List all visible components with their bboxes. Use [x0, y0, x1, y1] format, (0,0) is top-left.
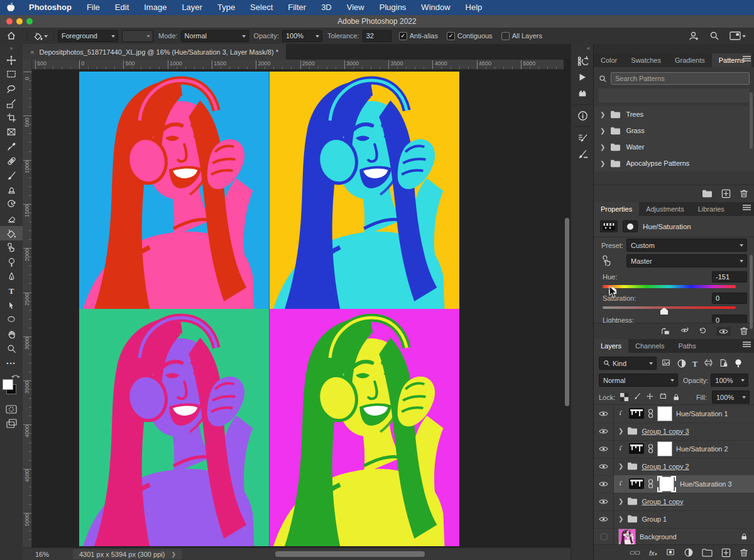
- plus-square-icon[interactable]: [721, 189, 731, 198]
- tab-libraries[interactable]: Libraries: [691, 202, 731, 216]
- pattern-group-apocalypse-patterns[interactable]: ❯Apocalypse Patterns: [594, 155, 754, 171]
- move-tool[interactable]: [0, 53, 23, 67]
- menu-item-plugins[interactable]: Plugins: [372, 0, 414, 15]
- eye-hidden-box[interactable]: [600, 533, 608, 541]
- checkbox-all-layers[interactable]: All Layers: [501, 32, 542, 40]
- folder-icon[interactable]: [702, 190, 713, 198]
- frame-tool[interactable]: [0, 125, 23, 139]
- layers-opacity-dropdown[interactable]: 100%▾: [711, 374, 748, 387]
- zoom-tool[interactable]: [0, 342, 23, 356]
- patterns-scrollbar[interactable]: [750, 92, 753, 149]
- properties-scrollbar[interactable]: [750, 255, 753, 329]
- layer-row-group-1[interactable]: ❯Group 1: [594, 510, 754, 528]
- toolbar-expand-icon[interactable]: »: [0, 44, 23, 53]
- menu-item-type[interactable]: Type: [210, 0, 243, 15]
- eye-icon[interactable]: [599, 463, 608, 470]
- menu-item-window[interactable]: Window: [413, 0, 457, 15]
- trash-icon[interactable]: [740, 189, 748, 198]
- collapse-panels-icon[interactable]: «: [571, 44, 594, 53]
- menu-item-help[interactable]: Help: [458, 0, 490, 15]
- mode-dropdown[interactable]: Normal▾: [181, 30, 249, 42]
- add-adjustment-icon[interactable]: [684, 548, 693, 557]
- menu-item-file[interactable]: File: [79, 0, 107, 15]
- padlock-icon[interactable]: [673, 393, 680, 402]
- paint-bucket-tool[interactable]: [0, 226, 23, 240]
- patterns-brick-panel-icon[interactable]: [571, 85, 594, 102]
- brushes-panel-icon[interactable]: [571, 146, 594, 162]
- lasso-tool[interactable]: [0, 82, 23, 96]
- recent-patterns-strip[interactable]: [599, 89, 750, 102]
- menu-item-filter[interactable]: Filter: [280, 0, 314, 15]
- tab-properties[interactable]: Properties: [594, 202, 639, 216]
- smudge-tool[interactable]: [0, 240, 23, 255]
- pattern-group-trees[interactable]: ❯Trees: [594, 106, 754, 122]
- document-info[interactable]: 4301 px x 5394 px (300 ppi) ❯: [73, 549, 182, 559]
- eyedropper-tool[interactable]: [0, 139, 23, 154]
- hue-slider[interactable]: [603, 285, 736, 288]
- layers-menu-icon[interactable]: [743, 342, 751, 347]
- clone-stamp-tool[interactable]: [0, 183, 23, 197]
- pen-tool[interactable]: [0, 269, 23, 284]
- fill-source-dropdown[interactable]: Foreground▾: [58, 30, 118, 42]
- layer-row-group-1-copy-2[interactable]: ❯Group 1 copy 2: [594, 458, 754, 475]
- workspace-icon[interactable]: ▾: [729, 31, 745, 40]
- patterns-menu-icon[interactable]: [743, 56, 751, 62]
- eye-icon[interactable]: [599, 516, 608, 522]
- shape-rect-icon[interactable]: [704, 359, 713, 367]
- screen-mode-icon[interactable]: [0, 416, 23, 431]
- brush-tool[interactable]: [0, 168, 23, 183]
- layer-row-group-1-copy-3[interactable]: ❯Group 1 copy 3: [594, 423, 754, 440]
- tab-paths[interactable]: Paths: [672, 339, 703, 353]
- new-group-icon[interactable]: [702, 549, 713, 557]
- blend-mode-dropdown[interactable]: Normal▾: [599, 374, 678, 387]
- eye-icon[interactable]: [599, 481, 608, 487]
- horizontal-scrollbar[interactable]: [275, 551, 425, 557]
- canvas-artwork[interactable]: [79, 72, 459, 546]
- frame-icon[interactable]: [660, 393, 668, 401]
- healing-brush-tool[interactable]: [0, 154, 23, 168]
- layer-row-hue-saturation-1[interactable]: Hue/Saturation 1: [594, 405, 754, 423]
- tab-layers[interactable]: Layers: [594, 339, 628, 353]
- paint-bucket-preset-icon[interactable]: ▾: [31, 31, 50, 41]
- quick-mask-icon[interactable]: [0, 402, 23, 416]
- clip-to-layer-icon[interactable]: [660, 327, 670, 336]
- type-tool[interactable]: T: [0, 284, 23, 298]
- dodge-tool[interactable]: [0, 255, 23, 269]
- hand-tool[interactable]: [0, 327, 23, 342]
- brush-icon[interactable]: [633, 393, 642, 401]
- layer-row-background[interactable]: Background: [594, 528, 754, 546]
- menu-item-edit[interactable]: Edit: [107, 0, 136, 15]
- layer-row-hue-saturation-2[interactable]: Hue/Saturation 2: [594, 440, 754, 458]
- home-icon[interactable]: [0, 31, 23, 41]
- layer-row-group-1-copy[interactable]: ❯Group 1 copy: [594, 493, 754, 510]
- crop-tool[interactable]: [0, 110, 23, 125]
- reset-icon[interactable]: [699, 327, 708, 335]
- filter-kind-dropdown[interactable]: Kind ▾: [599, 357, 657, 370]
- page-lock-icon[interactable]: [719, 358, 728, 368]
- visibility-eye-icon[interactable]: [716, 327, 731, 336]
- link-icon[interactable]: [648, 409, 653, 418]
- layer-thumbnail[interactable]: [618, 529, 636, 545]
- layer-mask-thumbnail[interactable]: [657, 406, 672, 421]
- new-layer-icon[interactable]: [721, 548, 731, 557]
- pattern-group-grass[interactable]: ❯Grass: [594, 122, 754, 139]
- zoom-level[interactable]: 16%: [35, 551, 73, 558]
- layer-row-hue-saturation-3[interactable]: Hue/Saturation 3: [594, 475, 754, 493]
- fx-icon[interactable]: fx▾: [649, 547, 657, 558]
- tab-color[interactable]: Color: [594, 53, 624, 67]
- pattern-picker-dropdown[interactable]: ▾: [122, 30, 153, 42]
- checkbox-contiguous[interactable]: ✓Contiguous: [447, 32, 493, 40]
- saturation-value[interactable]: 0: [712, 293, 747, 304]
- move-icon[interactable]: [647, 393, 655, 401]
- eye-icon[interactable]: [599, 446, 608, 452]
- menu-item-image[interactable]: Image: [136, 0, 174, 15]
- image-filter-icon[interactable]: [661, 359, 671, 367]
- tab-swatches[interactable]: Swatches: [624, 53, 668, 67]
- eraser-tool[interactable]: [0, 212, 23, 226]
- path-selection-tool[interactable]: [0, 298, 23, 313]
- history-panel-icon[interactable]: [571, 53, 594, 69]
- document-tab[interactable]: × Depositphotos_518717440_XL.jpg @ 16% (…: [23, 44, 286, 60]
- targeted-adjustment-icon[interactable]: [601, 256, 626, 266]
- preset-dropdown[interactable]: Custom▾: [626, 239, 747, 252]
- view-previous-state-icon[interactable]: [679, 327, 690, 335]
